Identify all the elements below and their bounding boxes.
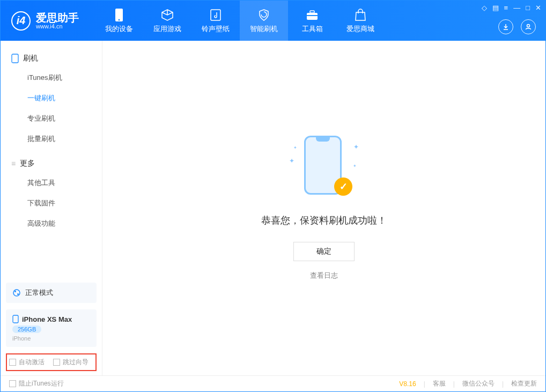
svg-rect-2 (211, 10, 220, 20)
tab-store[interactable]: 爱思商城 (336, 1, 385, 41)
sidebar-section-flash: 刷机 (1, 49, 102, 68)
sidebar-section-more: ≡ 更多 (1, 154, 102, 173)
svg-rect-3 (307, 13, 318, 20)
device-name-text: iPhone XS Max (22, 315, 72, 323)
check-update-link[interactable]: 检查更新 (511, 379, 537, 388)
tab-apps[interactable]: 应用游戏 (143, 1, 191, 41)
svg-rect-4 (310, 11, 314, 13)
tab-toolbox[interactable]: 工具箱 (288, 1, 336, 41)
checkbox-label: 跳过向导 (63, 358, 88, 367)
shield-icon (257, 8, 271, 22)
download-button[interactable] (498, 19, 513, 34)
svg-rect-5 (307, 15, 318, 16)
storage-badge: 256GB (12, 326, 41, 333)
wechat-link[interactable]: 微信公众号 (462, 379, 495, 388)
section-label: 更多 (20, 159, 35, 168)
auto-activate-checkbox[interactable]: 自动激活 (9, 358, 45, 367)
tab-label: 智能刷机 (250, 24, 278, 34)
support-link[interactable]: 客服 (433, 379, 446, 388)
sidebar-item-onekey[interactable]: 一键刷机 (1, 88, 102, 108)
device-icon (112, 8, 126, 22)
status-bar: 阻止iTunes运行 V8.16 | 客服 | 微信公众号 | 检查更新 (1, 375, 545, 391)
checkbox-icon (9, 380, 16, 387)
nav-tabs: 我的设备 应用游戏 铃声壁纸 智能刷机 工具箱 爱思商城 (95, 1, 385, 41)
phone-icon (11, 54, 19, 63)
list-icon[interactable]: ≡ (504, 4, 508, 12)
tab-ringtone[interactable]: 铃声壁纸 (191, 1, 240, 41)
header-actions (498, 19, 536, 34)
device-card[interactable]: iPhone XS Max 256GB iPhone (6, 309, 97, 347)
view-log-link[interactable]: 查看日志 (310, 271, 338, 280)
music-icon (209, 8, 223, 22)
logo-icon: i4 (11, 11, 31, 31)
svg-point-8 (13, 290, 20, 296)
titlebar: i4 爱思助手 www.i4.cn 我的设备 应用游戏 铃声壁纸 智能刷机 工具… (1, 1, 545, 41)
svg-rect-7 (12, 54, 18, 63)
tab-my-device[interactable]: 我的设备 (95, 1, 143, 41)
flash-options-highlighted: 自动激活 跳过向导 (6, 353, 97, 371)
checkbox-label: 阻止iTunes运行 (19, 379, 64, 388)
svg-point-9 (14, 291, 16, 292)
svg-rect-11 (13, 315, 18, 323)
success-message: 恭喜您，保资料刷机成功啦！ (261, 214, 387, 227)
tab-label: 铃声壁纸 (202, 24, 230, 34)
cube-icon (160, 8, 174, 22)
success-illustration: ✦ ✦ ✦ ✦ ✓ (289, 136, 359, 200)
shirt-icon[interactable]: ◇ (482, 4, 487, 12)
mode-icon (12, 289, 21, 297)
user-button[interactable] (521, 19, 536, 34)
sidebar-item-other[interactable]: 其他工具 (1, 173, 102, 193)
sidebar: 刷机 iTunes刷机 一键刷机 专业刷机 批量刷机 ≡ 更多 其他工具 下载固… (1, 41, 102, 375)
download-icon (502, 23, 510, 31)
section-label: 刷机 (23, 54, 38, 63)
app-subtitle: www.i4.cn (36, 23, 79, 29)
mode-card[interactable]: 正常模式 (6, 283, 97, 303)
svg-point-10 (17, 293, 19, 295)
tab-label: 工具箱 (302, 24, 323, 34)
version-label: V8.16 (399, 380, 416, 388)
checkbox-label: 自动激活 (19, 358, 45, 367)
logo: i4 爱思助手 www.i4.cn (1, 11, 90, 31)
sidebar-item-batch[interactable]: 批量刷机 (1, 129, 102, 149)
list-icon: ≡ (11, 159, 16, 168)
window-controls: ◇ ▤ ≡ — □ ✕ (482, 4, 541, 12)
block-itunes-checkbox[interactable]: 阻止iTunes运行 (9, 379, 64, 388)
maximize-button[interactable]: □ (526, 4, 530, 12)
skip-guide-checkbox[interactable]: 跳过向导 (53, 358, 88, 367)
close-button[interactable]: ✕ (535, 4, 541, 12)
svg-point-1 (119, 19, 120, 20)
sidebar-item-download[interactable]: 下载固件 (1, 193, 102, 213)
app-title: 爱思助手 (36, 12, 79, 23)
phone-icon (12, 315, 19, 323)
user-icon (525, 23, 532, 31)
minimize-button[interactable]: — (513, 4, 520, 12)
tab-label: 我的设备 (105, 24, 133, 34)
tab-flash[interactable]: 智能刷机 (240, 1, 288, 41)
checkbox-icon (53, 359, 60, 366)
sidebar-item-pro[interactable]: 专业刷机 (1, 108, 102, 129)
sidebar-item-advanced[interactable]: 高级功能 (1, 213, 102, 234)
main-content: ✦ ✦ ✦ ✦ ✓ 恭喜您，保资料刷机成功啦！ 确定 查看日志 (102, 41, 545, 375)
sidebar-item-itunes[interactable]: iTunes刷机 (1, 68, 102, 88)
menu-icon[interactable]: ▤ (492, 4, 499, 12)
check-icon: ✓ (334, 177, 352, 196)
checkbox-icon (9, 359, 16, 366)
ok-button[interactable]: 确定 (293, 242, 355, 261)
bag-icon (353, 8, 367, 22)
tab-label: 应用游戏 (153, 24, 181, 34)
svg-point-6 (527, 25, 530, 27)
device-type: iPhone (12, 335, 90, 342)
toolbox-icon (305, 8, 319, 22)
tab-label: 爱思商城 (346, 24, 374, 34)
mode-label: 正常模式 (25, 288, 53, 298)
